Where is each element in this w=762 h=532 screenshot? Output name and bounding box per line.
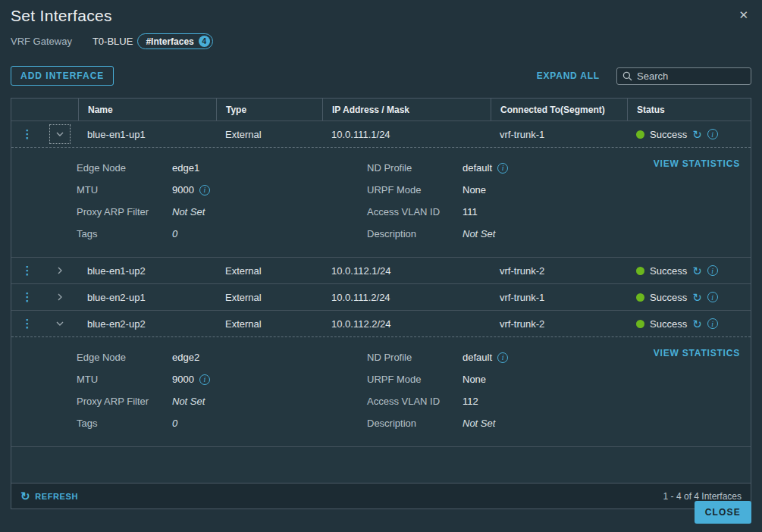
expand-all-link[interactable]: EXPAND ALL [537, 70, 600, 81]
success-dot-icon [636, 320, 644, 328]
mtu-label: MTU [77, 184, 172, 196]
interfaces-table: Name Type IP Address / Mask Connected To… [11, 98, 751, 509]
proxy-arp-value: Not Set [172, 396, 367, 407]
interface-status: Success ↻ i [627, 129, 751, 140]
close-button[interactable]: CLOSE [695, 501, 751, 524]
collapse-row-button[interactable] [50, 125, 70, 143]
info-icon[interactable]: i [707, 292, 718, 302]
header-name[interactable]: Name [78, 99, 216, 120]
search-input[interactable] [637, 70, 745, 82]
row-menu-icon[interactable]: ⋮ [11, 264, 43, 277]
refresh-icon: ↻ [20, 490, 30, 502]
proxy-arp-label: Proxy ARP Filter [77, 396, 172, 407]
description-label: Description [367, 418, 463, 429]
nd-profile-text: default [463, 162, 492, 174]
nd-profile-text: default [463, 352, 492, 363]
mtu-text: 9000 [172, 374, 194, 385]
refresh-status-icon[interactable]: ↻ [692, 292, 702, 303]
info-icon[interactable]: i [199, 374, 210, 385]
header-status[interactable]: Status [627, 99, 751, 120]
row-menu-icon[interactable]: ⋮ [11, 127, 43, 141]
info-icon[interactable]: i [707, 265, 718, 276]
status-text: Success [650, 129, 687, 140]
chevron-right-icon [55, 266, 64, 275]
urpf-mode-value: None [463, 374, 740, 385]
pagination-text: 1 - 4 of 4 Interfaces [663, 491, 742, 502]
row-menu-icon[interactable]: ⋮ [11, 317, 43, 330]
tags-value: 0 [172, 418, 367, 429]
interface-ip: 10.0.111.2/24 [322, 292, 491, 303]
table-row: ⋮ blue-en1-up2 External 10.0.112.1/24 vr… [11, 257, 751, 283]
view-statistics-link[interactable]: VIEW STATISTICS [654, 158, 740, 169]
header-ip[interactable]: IP Address / Mask [322, 99, 491, 120]
table-row: ⋮ blue-en2-up2 External 10.0.112.2/24 vr… [11, 310, 751, 336]
urpf-mode-label: URPF Mode [367, 184, 463, 196]
info-icon[interactable]: i [497, 163, 508, 174]
access-vlan-value: 112 [463, 396, 740, 407]
proxy-arp-value: Not Set [172, 206, 367, 217]
interfaces-badge-label: #Interfaces [146, 36, 193, 47]
tags-label: Tags [77, 418, 172, 429]
access-vlan-label: Access VLAN ID [367, 396, 463, 407]
refresh-button[interactable]: ↻ REFRESH [20, 490, 78, 502]
edge-node-label: Edge Node [77, 162, 172, 174]
interface-name: blue-en1-up2 [78, 265, 216, 277]
toolbar: ADD INTERFACE EXPAND ALL [11, 66, 751, 86]
refresh-label: REFRESH [35, 492, 78, 501]
edge-node-value: edge1 [172, 162, 367, 174]
mtu-value: 9000 i [172, 374, 367, 385]
table-row: ⋮ blue-en1-up1 External 10.0.111.1/24 vr… [11, 120, 751, 147]
access-vlan-label: Access VLAN ID [367, 206, 463, 217]
status-text: Success [650, 292, 687, 303]
collapse-row-button[interactable] [50, 315, 70, 333]
header-segment[interactable]: Connected To(Segment) [491, 99, 627, 120]
row-menu-icon[interactable]: ⋮ [11, 290, 43, 304]
interface-status: Success ↻ i [627, 292, 751, 303]
mtu-text: 9000 [172, 184, 194, 196]
info-icon[interactable]: i [707, 318, 718, 329]
interfaces-count-badge: 4 [199, 36, 210, 47]
interface-ip: 10.0.112.1/24 [322, 265, 491, 277]
interface-status: Success ↻ i [627, 318, 751, 330]
refresh-status-icon[interactable]: ↻ [692, 265, 702, 277]
info-icon[interactable]: i [707, 129, 718, 139]
tags-value: 0 [172, 228, 367, 239]
view-statistics-link[interactable]: VIEW STATISTICS [654, 348, 740, 358]
success-dot-icon [636, 130, 644, 139]
interface-type: External [216, 129, 322, 140]
interface-detail-panel: Edge Node edge1 ND Profile default i MTU… [11, 147, 751, 257]
refresh-status-icon[interactable]: ↻ [692, 129, 702, 140]
interface-type: External [216, 265, 322, 277]
set-interfaces-dialog: Set Interfaces ✕ VRF Gateway T0-BLUE #In… [0, 0, 762, 532]
header-type[interactable]: Type [216, 99, 322, 120]
interface-name: blue-en1-up1 [78, 129, 216, 140]
interfaces-badge[interactable]: #Interfaces 4 [137, 33, 212, 49]
interface-name: blue-en2-up2 [78, 318, 216, 330]
interface-ip: 10.0.111.1/24 [322, 129, 491, 140]
table-footer: ↻ REFRESH 1 - 4 of 4 Interfaces [11, 483, 751, 509]
description-value: Not Set [463, 418, 740, 429]
interface-segment: vrf-trunk-1 [491, 129, 627, 140]
interface-ip: 10.0.112.2/24 [322, 318, 491, 330]
dialog-title: Set Interfaces [11, 0, 751, 25]
refresh-status-icon[interactable]: ↻ [692, 318, 702, 330]
interface-name: blue-en2-up1 [78, 292, 216, 303]
close-icon[interactable]: ✕ [738, 9, 748, 20]
search-box[interactable] [616, 67, 751, 85]
interface-type: External [216, 318, 322, 330]
urpf-mode-value: None [463, 184, 740, 196]
interface-segment: vrf-trunk-2 [491, 265, 627, 277]
chevron-right-icon [55, 293, 64, 302]
breadcrumb: VRF Gateway T0-BLUE #Interfaces 4 [11, 33, 751, 49]
success-dot-icon [636, 293, 644, 302]
header-menu-col [11, 99, 43, 120]
expand-row-button[interactable] [50, 288, 70, 306]
info-icon[interactable]: i [199, 185, 210, 196]
add-interface-button[interactable]: ADD INTERFACE [11, 66, 114, 86]
info-icon[interactable]: i [497, 352, 508, 363]
mtu-label: MTU [77, 374, 172, 385]
gateway-name: T0-BLUE [93, 36, 133, 47]
expand-row-button[interactable] [50, 261, 70, 280]
mtu-value: 9000 i [172, 184, 367, 196]
table-empty-area [11, 446, 751, 483]
